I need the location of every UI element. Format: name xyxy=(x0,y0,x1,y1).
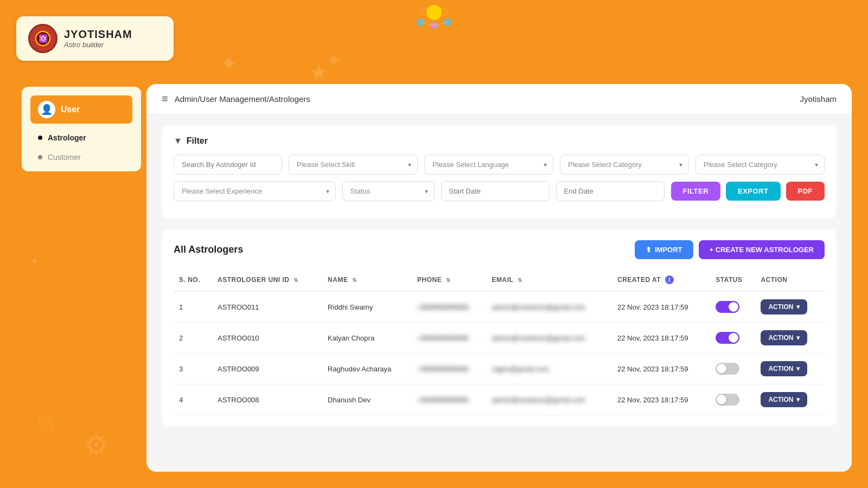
cell-phone: +999999999999 xyxy=(412,323,487,354)
svg-text:🔯: 🔯 xyxy=(39,34,48,43)
pdf-button[interactable]: PDF xyxy=(786,182,825,201)
filter-row-2: Please Select Experience Status FILTER E… xyxy=(174,181,825,201)
cell-sno: 3 xyxy=(174,354,212,384)
status-select[interactable]: Status xyxy=(342,181,435,201)
cell-action: ACTION ▾ xyxy=(755,291,825,323)
category1-select[interactable]: Please Select Category xyxy=(560,155,689,175)
username-display: Jyotisham xyxy=(800,94,837,104)
start-date-input[interactable] xyxy=(441,181,550,201)
import-button[interactable]: ⬆ IMPORT xyxy=(635,240,693,259)
action-button[interactable]: ACTION ▾ xyxy=(761,299,807,314)
logo-title: JYOTISHAM xyxy=(64,28,132,41)
sort-phone-icon[interactable]: ⇅ xyxy=(446,277,451,283)
svg-point-0 xyxy=(426,5,442,20)
table-row: 1 ASTROO011 Riddhi Swamy +999999999999 a… xyxy=(174,291,825,323)
action-chevron-icon: ▾ xyxy=(796,303,800,311)
bg-gear-1: ✦ xyxy=(326,49,342,72)
filter-button[interactable]: FILTER xyxy=(671,182,721,201)
sidebar-customer-label: Customer xyxy=(48,153,81,162)
search-astrologer-input[interactable] xyxy=(174,155,282,175)
cell-email: admin@solutions@gmail.com xyxy=(487,323,612,354)
cell-phone: +999999999999 xyxy=(412,384,487,415)
experience-select[interactable]: Please Select Experience xyxy=(174,181,336,201)
cell-sno: 2 xyxy=(174,323,212,354)
cell-uni-id: ASTROO008 xyxy=(212,384,322,415)
import-icon: ⬆ xyxy=(646,246,652,254)
skill-select[interactable]: Please Select Skill xyxy=(289,155,418,175)
table-header: S. NO. ASTROLOGER UNI ID ⇅ NAME ⇅ PHONE … xyxy=(174,269,825,291)
action-button[interactable]: ACTION ▾ xyxy=(761,330,807,345)
toggle-knob xyxy=(717,364,726,374)
end-date-input[interactable] xyxy=(556,181,665,201)
cell-created-at: 22 Nov, 2023 18:17:59 xyxy=(612,323,710,354)
cell-name: Kalyan Chopra xyxy=(322,323,412,354)
sidebar-item-astrologer[interactable]: Astrologer xyxy=(30,129,132,146)
category1-select-wrapper: Please Select Category xyxy=(560,155,689,175)
logo-text: JYOTISHAM Astro builder xyxy=(64,28,132,49)
status-toggle[interactable] xyxy=(716,394,739,406)
action-chevron-icon: ▾ xyxy=(796,334,800,342)
table-row: 2 ASTROO010 Kalyan Chopra +999999999999 … xyxy=(174,323,825,354)
cell-created-at: 22 Nov, 2023 18:17:59 xyxy=(612,291,710,323)
bg-star-2: ★ xyxy=(309,60,329,85)
sidebar-item-customer[interactable]: Customer xyxy=(30,149,132,166)
cell-email: admin@solutions@gmail.com xyxy=(487,384,612,415)
logo-icon: 🔯 xyxy=(28,24,58,53)
cell-status xyxy=(710,354,755,384)
status-toggle[interactable] xyxy=(716,332,739,344)
top-bar: ≡ Admin/User Management/Astrologers Jyot… xyxy=(146,84,852,114)
language-select[interactable]: Please Select Language xyxy=(424,155,553,175)
sort-email-icon[interactable]: ⇅ xyxy=(518,277,522,283)
action-button[interactable]: ACTION ▾ xyxy=(761,361,807,376)
cell-sno: 4 xyxy=(174,384,212,415)
action-button[interactable]: ACTION ▾ xyxy=(761,392,807,407)
export-button[interactable]: EXPORT xyxy=(726,182,780,201)
sort-uni-id-icon[interactable]: ⇅ xyxy=(293,277,298,283)
bg-star-3: ✦ xyxy=(30,255,39,268)
status-toggle[interactable] xyxy=(716,301,739,313)
hamburger-icon[interactable]: ≡ xyxy=(162,93,168,105)
cell-uni-id: ASTROO011 xyxy=(212,291,322,323)
cell-name: Riddhi Swamy xyxy=(322,291,412,323)
cell-created-at: 22 Nov, 2023 18:17:59 xyxy=(612,384,710,415)
cell-action: ACTION ▾ xyxy=(755,354,825,384)
logo-subtitle: Astro builder xyxy=(64,41,132,49)
category2-select-wrapper: Please Select Category xyxy=(695,155,825,175)
breadcrumb: Admin/User Management/Astrologers xyxy=(175,94,310,104)
bg-swastika-1: 卐 xyxy=(38,413,53,434)
info-created-at-icon[interactable]: i xyxy=(665,275,674,284)
sidebar-user-section: 👤 User Astrologer Customer xyxy=(22,87,141,171)
status-toggle[interactable] xyxy=(716,363,739,375)
sidebar-user-header[interactable]: 👤 User xyxy=(30,95,132,124)
svg-point-5 xyxy=(424,7,427,10)
filter-section: ▼ Filter Please Select Skill Please Sele… xyxy=(162,125,837,219)
sidebar: 👤 User Astrologer Customer xyxy=(22,87,141,171)
col-email: EMAIL ⇅ xyxy=(487,269,612,291)
toggle-knob xyxy=(729,333,738,343)
col-name: NAME ⇅ xyxy=(322,269,412,291)
cell-uni-id: ASTROO009 xyxy=(212,354,322,384)
sidebar-user-label: User xyxy=(61,105,80,114)
user-icon: 👤 xyxy=(38,101,55,118)
category2-select[interactable]: Please Select Category xyxy=(695,155,825,175)
table-title: All Astrologers xyxy=(174,244,243,255)
col-status: STATUS xyxy=(710,269,755,291)
cell-phone: +999999999999 xyxy=(412,291,487,323)
logo-box: 🔯 JYOTISHAM Astro builder xyxy=(16,16,174,61)
cell-sno: 1 xyxy=(174,291,212,323)
filter-row-1: Please Select Skill Please Select Langua… xyxy=(174,155,825,175)
toggle-knob xyxy=(717,395,726,404)
top-bar-left: ≡ Admin/User Management/Astrologers xyxy=(162,93,310,105)
cell-uni-id: ASTROO010 xyxy=(212,323,322,354)
sort-name-icon[interactable]: ⇅ xyxy=(352,277,357,283)
bg-gear-2: ⚙ xyxy=(84,429,108,461)
toggle-knob xyxy=(729,302,738,312)
sidebar-astrologer-label: Astrologer xyxy=(48,133,86,142)
action-chevron-icon: ▾ xyxy=(796,396,800,403)
table-actions: ⬆ IMPORT + CREATE NEW ASTROLOGER xyxy=(635,240,825,259)
cell-name: Dhanush Dev xyxy=(322,384,412,415)
create-astrologer-button[interactable]: + CREATE NEW ASTROLOGER xyxy=(699,240,825,259)
filter-btn-group: FILTER EXPORT PDF xyxy=(671,181,825,201)
cell-email: admin@solutions@gmail.com xyxy=(487,291,612,323)
language-select-wrapper: Please Select Language xyxy=(424,155,553,175)
